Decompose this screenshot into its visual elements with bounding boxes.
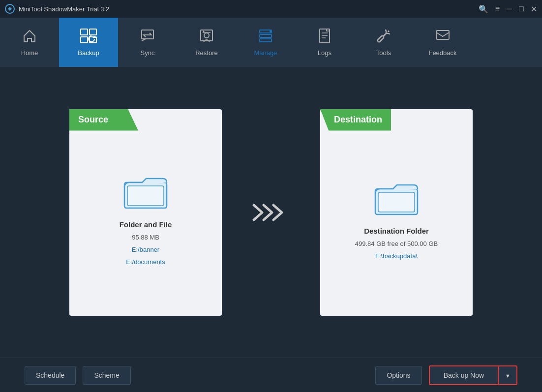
nav-item-feedback[interactable]: Feedback <box>413 18 472 67</box>
destination-label: Destination <box>320 109 391 131</box>
bottom-right-buttons: Options Back up Now ▼ <box>375 365 517 385</box>
logs-icon <box>317 28 332 46</box>
nav-item-backup[interactable]: Backup <box>59 18 118 67</box>
titlebar: MiniTool ShadowMaker Trial 3.2 🔍 ≡ ─ □ ✕ <box>0 0 542 18</box>
destination-free-space: 499.84 GB free of 500.00 GB <box>355 240 438 247</box>
source-folder-icon <box>123 174 168 211</box>
destination-title: Destination Folder <box>364 227 429 235</box>
svg-point-8 <box>203 31 205 32</box>
feedback-icon <box>435 28 451 46</box>
menu-icon[interactable]: ≡ <box>495 4 500 13</box>
backup-now-dropdown-button[interactable]: ▼ <box>499 365 517 385</box>
backup-icon <box>80 28 97 46</box>
options-button[interactable]: Options <box>375 366 422 385</box>
svg-rect-10 <box>260 34 271 37</box>
nav-label-manage: Manage <box>254 49 277 57</box>
svg-rect-3 <box>81 37 88 43</box>
nav-label-restore: Restore <box>195 49 218 57</box>
tools-icon <box>376 28 391 46</box>
svg-rect-14 <box>436 30 449 39</box>
source-path-2: E:/documents <box>126 258 165 266</box>
backup-now-button[interactable]: Back up Now <box>429 365 499 385</box>
source-body: Folder and File 95.88 MB E:/banner E:/do… <box>120 159 172 266</box>
nav-item-manage[interactable]: Manage <box>236 18 295 67</box>
destination-body: Destination Folder 499.84 GB free of 500… <box>355 165 438 260</box>
svg-rect-16 <box>127 186 164 206</box>
main-content: Source Folder and File 95.88 MB E:/banne… <box>0 67 542 358</box>
nav-label-feedback: Feedback <box>428 49 456 57</box>
navbar: Home Backup Sync <box>0 18 542 67</box>
nav-label-backup: Backup <box>78 49 99 57</box>
source-label: Source <box>69 109 138 131</box>
source-card[interactable]: Source Folder and File 95.88 MB E:/banne… <box>69 109 222 316</box>
svg-rect-2 <box>90 29 96 35</box>
dropdown-arrow-icon: ▼ <box>505 373 511 379</box>
source-path-1: E:/banner <box>132 246 159 253</box>
nav-item-logs[interactable]: Logs <box>295 18 354 67</box>
close-icon[interactable]: ✕ <box>531 4 537 14</box>
svg-point-12 <box>270 30 271 32</box>
forward-arrows-icon <box>251 200 291 225</box>
titlebar-controls: 🔍 ≡ ─ □ ✕ <box>479 4 537 14</box>
app-logo <box>5 4 15 14</box>
destination-header: Destination <box>320 109 473 131</box>
nav-label-home: Home <box>21 49 38 57</box>
nav-item-sync[interactable]: Sync <box>118 18 177 67</box>
nav-item-tools[interactable]: Tools <box>354 18 413 67</box>
maximize-icon[interactable]: □ <box>519 4 524 13</box>
source-size: 95.88 MB <box>132 234 159 241</box>
sync-icon <box>140 28 155 46</box>
svg-rect-6 <box>201 30 212 41</box>
nav-label-logs: Logs <box>318 49 331 57</box>
titlebar-left: MiniTool ShadowMaker Trial 3.2 <box>5 4 109 14</box>
bottombar: Schedule Scheme Options Back up Now ▼ <box>0 358 542 392</box>
nav-label-sync: Sync <box>141 49 155 57</box>
nav-item-restore[interactable]: Restore <box>177 18 236 67</box>
svg-point-7 <box>204 33 209 38</box>
bottom-left-buttons: Schedule Scheme <box>25 366 131 385</box>
destination-card[interactable]: Destination Destination Folder 499.84 GB… <box>320 109 473 316</box>
svg-rect-1 <box>81 29 88 35</box>
arrow-section <box>251 200 291 225</box>
source-header: Source <box>69 109 222 131</box>
restore-icon <box>199 28 214 46</box>
schedule-button[interactable]: Schedule <box>25 366 76 385</box>
source-title: Folder and File <box>120 220 172 229</box>
svg-rect-18 <box>378 192 415 212</box>
home-icon <box>22 28 37 46</box>
app-title: MiniTool ShadowMaker Trial 3.2 <box>19 5 109 13</box>
destination-path: F:\backupdata\ <box>375 252 418 260</box>
svg-rect-11 <box>260 39 271 42</box>
search-icon[interactable]: 🔍 <box>479 4 488 14</box>
scheme-button[interactable]: Scheme <box>83 366 130 385</box>
destination-folder-icon <box>374 180 419 217</box>
nav-item-home[interactable]: Home <box>0 18 59 67</box>
minimize-icon[interactable]: ─ <box>507 4 512 13</box>
nav-label-tools: Tools <box>376 49 391 57</box>
manage-icon <box>258 28 273 46</box>
